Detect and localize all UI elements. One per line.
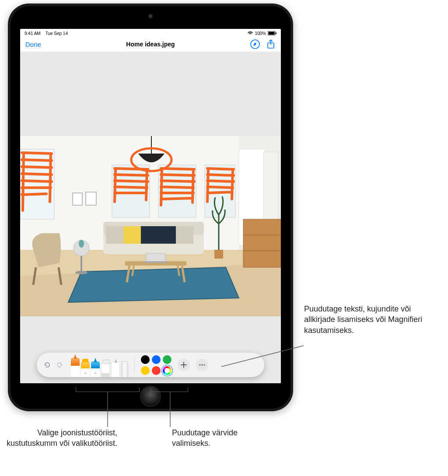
callout-tools: Valige joonistustööriist, kustutuskumm v… <box>0 427 117 449</box>
leader-lines <box>0 0 448 476</box>
callout-add: Puudutage teksti, kujundite või allkirja… <box>304 304 440 336</box>
callout-colors: Puudutage värvide valimiseks. <box>172 427 268 449</box>
